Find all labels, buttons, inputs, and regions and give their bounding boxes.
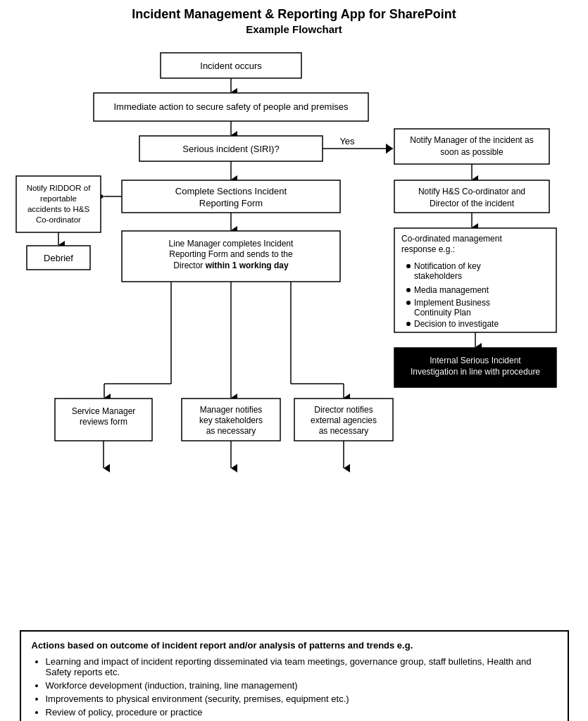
immediate-action-label: Immediate action to secure safety of peo… [113,101,349,112]
actions-box: Actions based on outcome of incident rep… [20,630,569,721]
debrief-label: Debrief [44,253,73,263]
complete-sections-label: Complete Sections Incident [175,186,287,196]
svg-text:Co-ordinator: Co-ordinator [36,215,81,224]
svg-text:reportable: reportable [40,194,77,203]
svg-text:as necessary: as necessary [206,426,256,436]
notify-riddor-label: Notify RIDDOR of [26,184,91,192]
incident-occurs-label: Incident occurs [200,61,262,71]
line-manager-label: Line Manager completes Incident [168,239,293,249]
internal-serious-label: Internal Serious Incident [430,356,521,365]
svg-text:Continuity Plan: Continuity Plan [414,308,471,318]
svg-text:accidents to H&S: accidents to H&S [27,205,89,213]
serious-incident-label: Serious incident (SIRI)? [182,144,279,154]
page-subtitle: Example Flowchart [11,23,577,35]
svg-text:reviews form: reviews form [79,417,127,427]
svg-text:stakeholders: stakeholders [414,271,462,281]
bullet4-label: Decision to investigate [414,319,499,329]
svg-text:Director of the incident: Director of the incident [429,199,514,208]
svg-rect-12 [394,129,549,164]
page-title: Incident Management & Reporting App for … [11,7,577,22]
actions-title: Actions based on outcome of incident rep… [32,640,557,651]
bullet3-label: Implement Business [414,298,490,308]
svg-text:external agencies: external agencies [310,415,376,425]
svg-text:response e.g.:: response e.g.: [401,244,455,254]
coordinated-label: Co-ordinated management [401,234,502,244]
action-item-4: Review of policy, procedure or practice [46,707,557,717]
action-item-1: Learning and impact of incident reportin… [46,656,557,677]
manager-notifies-label: Manager notifies [199,405,262,415]
actions-list: Learning and impact of incident reportin… [46,656,557,721]
service-manager-label: Service Manager [71,406,135,416]
bullet1-label: Notification of key [414,261,481,271]
flowchart: Incident occurs Immediate action to secu… [13,46,576,623]
yes-label: Yes [339,136,355,146]
action-item-2: Workforce development (induction, traini… [46,680,557,691]
action-item-3: Improvements to physical environment (se… [46,694,557,704]
svg-point-22 [406,288,411,292]
svg-point-25 [406,322,411,326]
svg-text:Investigation in line with pro: Investigation in line with procedure [410,367,539,377]
notify-hs-label: Notify H&S Co-ordinator and [418,187,525,196]
svg-text:Director within 1 working day: Director within 1 working day [173,261,289,270]
svg-point-20 [406,264,411,268]
svg-text:key stakeholders: key stakeholders [199,415,262,425]
bullet2-label: Media management [414,285,489,295]
svg-text:Reporting Form and sends to th: Reporting Form and sends to the [169,249,293,259]
svg-text:as necessary: as necessary [318,426,368,436]
svg-text:Reporting Form: Reporting Form [199,198,262,208]
director-notifies-label: Director notifies [314,405,373,415]
svg-point-23 [406,301,411,305]
svg-text:soon as possible: soon as possible [440,147,503,157]
notify-manager-label: Notify Manager of the incident as [410,135,533,145]
